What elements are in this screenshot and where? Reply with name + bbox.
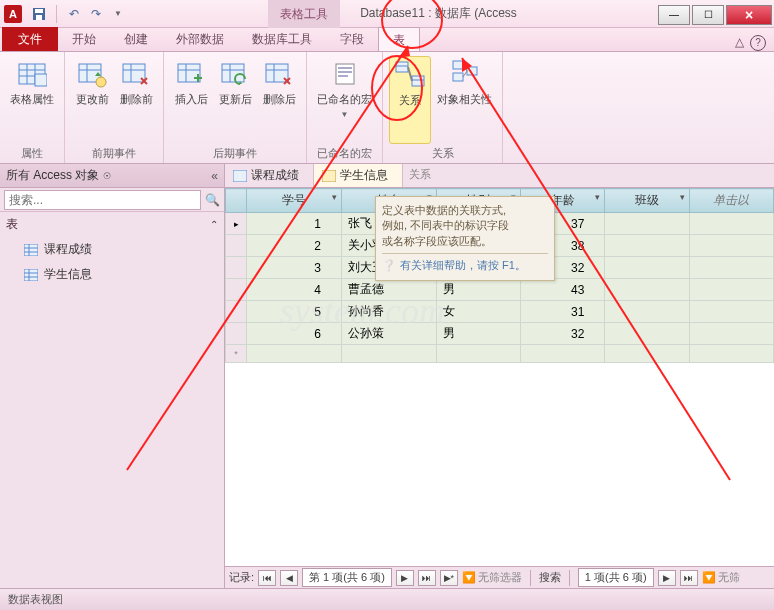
next-record-button[interactable]: ▶ bbox=[396, 570, 414, 586]
doctab-students[interactable]: 学生信息 bbox=[314, 164, 403, 187]
table-row[interactable]: 5孙尚香女31 bbox=[226, 301, 774, 323]
svg-rect-16 bbox=[178, 64, 200, 82]
group-label: 已命名的宏 bbox=[313, 146, 376, 161]
svg-rect-8 bbox=[35, 74, 47, 86]
help-icon: ❔ bbox=[382, 258, 396, 273]
before-delete-icon bbox=[120, 58, 152, 90]
svg-rect-2 bbox=[36, 15, 42, 20]
tab-fields[interactable]: 字段 bbox=[326, 27, 378, 51]
qat-dropdown-icon[interactable]: ▼ bbox=[109, 5, 127, 23]
tab-external-data[interactable]: 外部数据 bbox=[162, 27, 238, 51]
status-bar: 数据表视图 bbox=[0, 588, 774, 610]
record-navigator: 记录: ⏮ ◀ 第 1 项(共 6 项) ▶ ⏭ ▶* 🔽 无筛选器 搜索 1 … bbox=[225, 566, 774, 588]
navigation-pane: 所有 Access 对象 ☉ « 🔍 表 ⌃ 课程成绩 学生信息 bbox=[0, 164, 225, 588]
tab-create[interactable]: 创建 bbox=[110, 27, 162, 51]
nav-header[interactable]: 所有 Access 对象 ☉ « bbox=[0, 164, 224, 188]
svg-rect-34 bbox=[453, 73, 463, 81]
col-id[interactable]: 学号▾ bbox=[247, 189, 342, 213]
table-row[interactable]: 4曹孟德男43 bbox=[226, 279, 774, 301]
redo-icon[interactable]: ↷ bbox=[87, 5, 105, 23]
nav-item-courses[interactable]: 课程成绩 bbox=[0, 237, 224, 262]
first-record-button[interactable]: ⏮ bbox=[258, 570, 276, 586]
window-title: Database11 : 数据库 (Access bbox=[360, 5, 517, 22]
minimize-button[interactable]: — bbox=[658, 5, 690, 25]
after-delete-button[interactable]: 删除后 bbox=[258, 56, 300, 144]
last-record-button-2[interactable]: ⏭ bbox=[680, 570, 698, 586]
doctab-courses[interactable]: 课程成绩 bbox=[225, 164, 314, 187]
quick-access-toolbar: ↶ ↷ ▼ bbox=[30, 5, 127, 23]
svg-rect-27 bbox=[338, 71, 352, 73]
new-record-button[interactable]: ▶* bbox=[440, 570, 458, 586]
minimize-ribbon-icon[interactable]: △ bbox=[735, 35, 744, 51]
tab-db-tools[interactable]: 数据库工具 bbox=[238, 27, 326, 51]
svg-rect-44 bbox=[233, 170, 247, 182]
last-record-button[interactable]: ⏭ bbox=[418, 570, 436, 586]
new-row[interactable]: * bbox=[226, 345, 774, 363]
prev-record-button[interactable]: ◀ bbox=[280, 570, 298, 586]
table-row[interactable]: 6公孙策男32 bbox=[226, 323, 774, 345]
svg-point-12 bbox=[96, 77, 106, 87]
table-properties-button[interactable]: 表格属性 bbox=[6, 56, 58, 144]
before-change-button[interactable]: 更改前 bbox=[71, 56, 113, 144]
save-icon[interactable] bbox=[30, 5, 48, 23]
nav-group-header[interactable]: 表 ⌃ bbox=[0, 212, 224, 237]
record-position[interactable]: 第 1 项(共 6 项) bbox=[302, 568, 392, 587]
contextual-tab-title: 表格工具 bbox=[268, 0, 340, 28]
search-input[interactable] bbox=[4, 190, 201, 210]
svg-rect-45 bbox=[322, 170, 336, 182]
nav-search: 🔍 bbox=[0, 188, 224, 212]
help-icon[interactable]: ? bbox=[750, 35, 766, 51]
before-delete-button[interactable]: 删除前 bbox=[115, 56, 157, 144]
app-icon: A bbox=[4, 5, 22, 23]
group-label: 属性 bbox=[6, 146, 58, 161]
collapse-group-icon: ⌃ bbox=[210, 219, 218, 230]
tooltip: 定义表中数据的关联方式, 例如, 不同表中的标识字段 或名称字段应该匹配。 ❔ … bbox=[375, 196, 555, 281]
group-label: 关系 bbox=[389, 146, 496, 161]
relationships-button[interactable]: 关系 bbox=[389, 56, 431, 144]
svg-rect-30 bbox=[412, 76, 424, 86]
nav-item-students[interactable]: 学生信息 bbox=[0, 262, 224, 287]
collapse-icon[interactable]: « bbox=[211, 169, 218, 183]
object-dependencies-icon bbox=[449, 58, 481, 90]
tab-home[interactable]: 开始 bbox=[58, 27, 110, 51]
ribbon: 表格属性 属性 更改前 删除前 前期事件 bbox=[0, 52, 774, 164]
view-mode-label: 数据表视图 bbox=[8, 592, 63, 607]
tab-table[interactable]: 表 bbox=[378, 27, 420, 51]
svg-rect-19 bbox=[222, 64, 244, 82]
table-icon bbox=[24, 244, 38, 256]
datasheet[interactable]: 学号▾ 姓名▾ 姓别▾ 年龄▾ 班级▾ 单击以 ▸1张飞男37 2关小羽男38 … bbox=[225, 188, 774, 566]
content-area: 所有 Access 对象 ☉ « 🔍 表 ⌃ 课程成绩 学生信息 课程成绩 bbox=[0, 164, 774, 588]
search-icon[interactable]: 🔍 bbox=[205, 193, 220, 207]
svg-rect-28 bbox=[338, 75, 348, 77]
table-properties-icon bbox=[16, 58, 48, 90]
named-macros-icon bbox=[329, 58, 361, 90]
after-update-icon bbox=[219, 58, 251, 90]
svg-rect-29 bbox=[396, 62, 408, 72]
col-class[interactable]: 班级▾ bbox=[605, 189, 689, 213]
main-area: 课程成绩 学生信息 关系 学号▾ 姓名▾ 姓别▾ 年龄▾ 班级▾ 单击以 ▸1张… bbox=[225, 164, 774, 588]
svg-rect-26 bbox=[338, 67, 352, 69]
next-record-button-2[interactable]: ▶ bbox=[658, 570, 676, 586]
filter-indicator[interactable]: 🔽 无筛选器 bbox=[462, 570, 522, 585]
close-button[interactable]: × bbox=[726, 5, 772, 25]
after-update-button[interactable]: 更新后 bbox=[214, 56, 256, 144]
object-dependencies-button[interactable]: 对象相关性 bbox=[433, 56, 496, 144]
tooltip-help: ❔ 有关详细帮助，请按 F1。 bbox=[382, 258, 548, 273]
filter-indicator-2[interactable]: 🔽 无筛 bbox=[702, 570, 740, 585]
dropdown-icon: ☉ bbox=[103, 171, 111, 181]
svg-rect-33 bbox=[453, 61, 463, 69]
tab-file[interactable]: 文件 bbox=[2, 27, 58, 51]
doctab-relations[interactable]: 关系 bbox=[403, 164, 437, 187]
named-macros-button[interactable]: 已命名的宏▼ bbox=[313, 56, 376, 144]
maximize-button[interactable]: ☐ bbox=[692, 5, 724, 25]
after-insert-icon bbox=[175, 58, 207, 90]
svg-rect-1 bbox=[35, 9, 43, 13]
svg-rect-36 bbox=[24, 244, 38, 256]
title-bar: A ↶ ↷ ▼ 表格工具 Database11 : 数据库 (Access — … bbox=[0, 0, 774, 28]
group-label: 前期事件 bbox=[71, 146, 157, 161]
undo-icon[interactable]: ↶ bbox=[65, 5, 83, 23]
after-insert-button[interactable]: 插入后 bbox=[170, 56, 212, 144]
col-add[interactable]: 单击以 bbox=[689, 189, 773, 213]
after-delete-icon bbox=[263, 58, 295, 90]
relationships-icon bbox=[394, 59, 426, 91]
